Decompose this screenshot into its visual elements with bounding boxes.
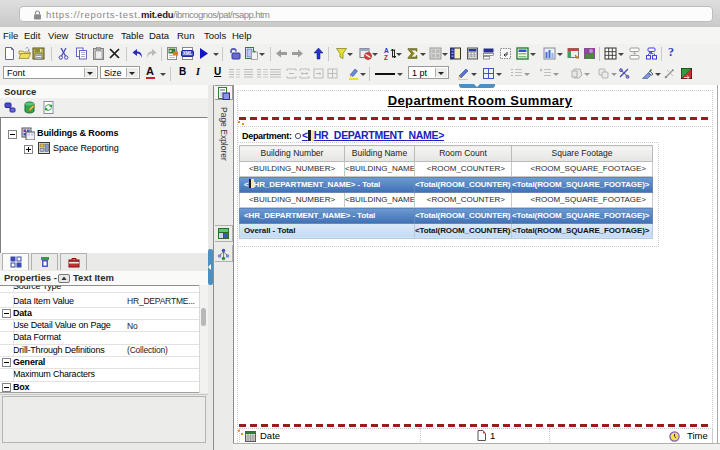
svg-text:Z: Z xyxy=(384,54,388,61)
svg-text:XML: XML xyxy=(183,51,193,56)
